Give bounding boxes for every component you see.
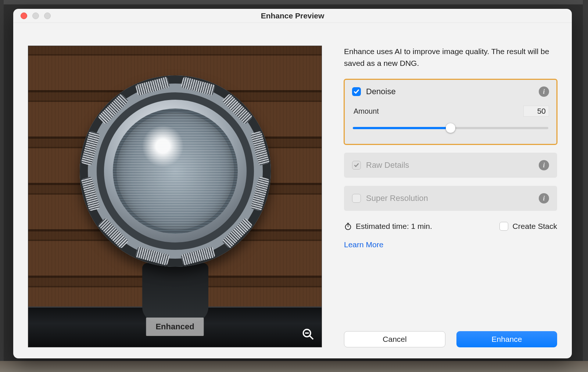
bg-strip bbox=[583, 0, 588, 372]
slider-thumb[interactable] bbox=[446, 123, 455, 133]
window-controls bbox=[21, 13, 51, 19]
cancel-button[interactable]: Cancel bbox=[344, 331, 445, 347]
controls-pane: Enhance uses AI to improve image quality… bbox=[344, 46, 557, 347]
button-row: Cancel Enhance bbox=[344, 331, 557, 347]
minimize-window-button bbox=[32, 13, 39, 19]
create-stack-label: Create Stack bbox=[513, 222, 557, 231]
info-icon[interactable]: i bbox=[539, 86, 549, 97]
bg-strip bbox=[0, 361, 588, 372]
denoise-label: Denoise bbox=[366, 87, 396, 96]
close-window-button[interactable] bbox=[21, 13, 27, 19]
raw-details-label: Raw Details bbox=[366, 160, 409, 170]
denoise-amount-slider[interactable] bbox=[352, 123, 549, 133]
preview-image[interactable]: Enhanced bbox=[28, 46, 322, 347]
amount-label: Amount bbox=[354, 107, 379, 116]
info-icon[interactable]: i bbox=[539, 193, 549, 203]
enhance-dialog: Enhance Preview Enhanced bbox=[13, 9, 572, 358]
zoom-window-button bbox=[44, 13, 51, 19]
intro-text: Enhance uses AI to improve image quality… bbox=[344, 46, 557, 69]
amount-value[interactable]: 50 bbox=[523, 106, 549, 117]
zoom-out-icon[interactable] bbox=[302, 328, 314, 340]
estimated-time-label: Estimated time: 1 min. bbox=[356, 222, 432, 231]
bg-strip bbox=[0, 0, 4, 372]
stopwatch-icon bbox=[344, 222, 352, 230]
dialog-body: Enhanced Enhance uses AI to improve imag… bbox=[13, 23, 572, 358]
info-icon[interactable]: i bbox=[539, 160, 549, 170]
bg-strip bbox=[0, 0, 588, 4]
enhance-button[interactable]: Enhance bbox=[456, 331, 557, 347]
denoise-panel: Denoise i Amount 50 bbox=[344, 79, 557, 145]
create-stack-checkbox[interactable] bbox=[499, 222, 508, 231]
dialog-title: Enhance Preview bbox=[13, 11, 572, 20]
learn-more-link[interactable]: Learn More bbox=[344, 240, 383, 249]
amount-row: Amount 50 bbox=[352, 106, 549, 117]
slider-fill bbox=[353, 127, 451, 129]
super-resolution-checkbox bbox=[352, 194, 361, 203]
svg-point-3 bbox=[345, 224, 351, 230]
status-row: Estimated time: 1 min. Create Stack bbox=[344, 222, 557, 231]
titlebar: Enhance Preview bbox=[13, 9, 572, 23]
svg-line-1 bbox=[310, 336, 313, 339]
super-resolution-panel: Super Resolution i bbox=[344, 186, 557, 211]
raw-details-checkbox bbox=[352, 161, 361, 170]
headlight-mount bbox=[142, 263, 208, 322]
denoise-checkbox[interactable] bbox=[352, 87, 361, 96]
raw-details-panel: Raw Details i bbox=[344, 153, 557, 178]
headlight bbox=[80, 75, 271, 267]
preview-state-badge: Enhanced bbox=[146, 318, 204, 336]
super-resolution-label: Super Resolution bbox=[366, 194, 428, 203]
